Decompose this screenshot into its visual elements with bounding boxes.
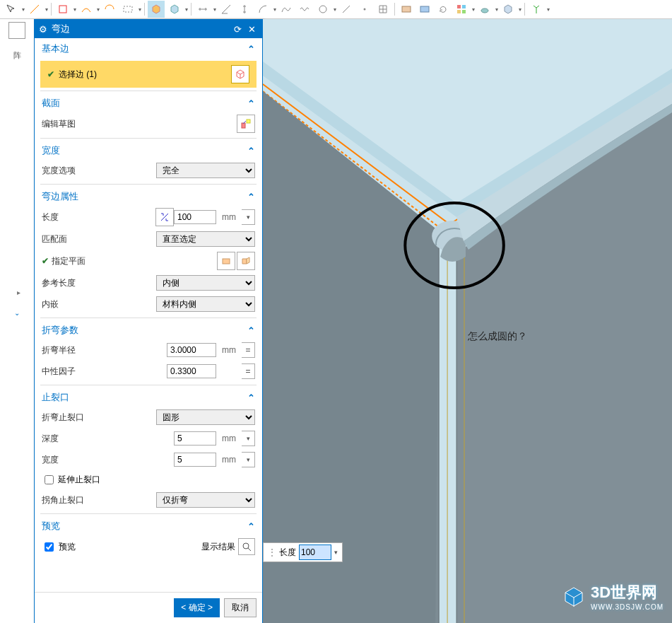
svg-rect-5: [420, 6, 429, 12]
ref-length-row: 参考长度 内侧: [35, 272, 262, 293]
dropdown-icon[interactable]: ▾: [547, 6, 550, 13]
edit-sketch-icon[interactable]: [237, 115, 255, 133]
close-icon[interactable]: ✕: [245, 23, 258, 35]
inset-select[interactable]: 材料内侧: [156, 296, 255, 312]
plane-alt-icon[interactable]: [237, 252, 255, 270]
section-fold-params[interactable]: 折弯参数⌃: [35, 321, 262, 339]
section-width[interactable]: 宽度⌃: [35, 141, 262, 160]
chevron-down-icon[interactable]: ⌄: [0, 309, 34, 317]
dropdown-icon[interactable]: ▾: [519, 6, 521, 13]
dropdown-icon[interactable]: ▾: [185, 6, 188, 13]
tool-slash-icon[interactable]: [338, 1, 355, 18]
width-option-select[interactable]: 完全: [156, 163, 255, 178]
length-flip-icon[interactable]: [155, 208, 174, 226]
bend-radius-row: 折弯半径 mm =: [35, 339, 262, 361]
cube-select-icon[interactable]: [231, 65, 249, 83]
width2-unit: mm: [216, 455, 242, 465]
depth-input[interactable]: [174, 431, 216, 446]
tool-angle-icon[interactable]: [218, 1, 235, 18]
float-length-input[interactable]: [299, 545, 331, 560]
scroll-hint-icon[interactable]: ▸: [17, 289, 20, 296]
tool-cube-alt-icon[interactable]: [166, 1, 183, 18]
dropdown-icon[interactable]: ▾: [273, 6, 276, 13]
tool-vdim-icon[interactable]: [236, 1, 253, 18]
ok-button[interactable]: < 确定 >: [174, 598, 220, 617]
sidebar-tab-icon[interactable]: [8, 22, 25, 39]
toolbar-separator: [144, 3, 145, 16]
toolbar-separator: [191, 3, 191, 16]
section-cross-section[interactable]: 截面⌃: [35, 94, 262, 112]
select-edge-row[interactable]: ✔ 选择边 (1): [40, 61, 257, 88]
tool-sheet-icon[interactable]: [398, 1, 415, 18]
dropdown-icon[interactable]: ▾: [73, 6, 76, 13]
tool-curve-icon[interactable]: [78, 1, 95, 18]
tool-refresh-icon[interactable]: [435, 1, 452, 18]
tool-grid4-icon[interactable]: [453, 1, 470, 18]
dropdown-icon[interactable]: ▾: [334, 549, 338, 556]
inset-row: 内嵌 材料内侧: [35, 293, 262, 315]
tool-cube-active-icon[interactable]: [148, 1, 165, 18]
dropdown-icon[interactable]: ▾: [334, 6, 336, 13]
tool-rect-icon[interactable]: [54, 1, 71, 18]
tool-box2-icon[interactable]: [500, 1, 517, 18]
gear-icon[interactable]: ⚙: [39, 24, 47, 35]
tool-cursor-icon[interactable]: [3, 1, 20, 18]
extend-relief-checkbox[interactable]: [45, 475, 54, 484]
tool-point-icon[interactable]: [356, 1, 373, 18]
viewport-3d[interactable]: 怎么成圆的？ ⋮ 长度 ▾ 3D世界网 WWW.3DSJW.COM: [263, 19, 672, 623]
preview-checkbox[interactable]: [45, 542, 54, 552]
section-relief[interactable]: 止裂口⌃: [35, 388, 262, 407]
dropdown-icon[interactable]: ▾: [242, 452, 255, 467]
show-result-label: 显示结果: [201, 541, 235, 553]
bend-relief-select[interactable]: 圆形: [156, 409, 255, 425]
dropdown-icon[interactable]: ▾: [495, 6, 498, 13]
section-preview[interactable]: 预览⌃: [35, 517, 262, 535]
dropdown-icon[interactable]: ▾: [213, 6, 216, 13]
tool-teapot-icon[interactable]: [476, 1, 493, 18]
watermark-title: 3D世界网: [591, 583, 657, 601]
ref-length-select[interactable]: 内侧: [156, 275, 255, 291]
dropdown-icon[interactable]: ▾: [242, 209, 255, 225]
dropdown-icon[interactable]: ▾: [138, 6, 141, 13]
length-input[interactable]: [174, 210, 216, 224]
dropdown-icon[interactable]: ▾: [22, 6, 25, 13]
svg-rect-8: [457, 10, 461, 13]
extend-relief-row[interactable]: 延伸止裂口: [35, 470, 262, 489]
tool-line-icon[interactable]: [26, 1, 43, 18]
section-basic-edge[interactable]: 基本边⌃: [35, 40, 262, 58]
equals-icon[interactable]: =: [242, 342, 255, 358]
floating-length-bar[interactable]: ⋮ 长度 ▾: [263, 542, 343, 562]
width2-input[interactable]: [174, 453, 216, 467]
check-icon: ✔: [42, 256, 49, 266]
tool-dim-icon[interactable]: [194, 1, 211, 18]
svg-rect-7: [462, 5, 466, 8]
neutral-factor-input[interactable]: [167, 364, 216, 378]
dropdown-icon[interactable]: ▾: [472, 6, 475, 13]
tool-palette-icon[interactable]: [416, 1, 433, 18]
tool-axis-icon[interactable]: [528, 1, 545, 18]
left-sidebar: 阵 ▸ ⌄: [0, 19, 34, 623]
tool-arc-icon[interactable]: [101, 1, 118, 18]
dropdown-icon[interactable]: ▾: [97, 6, 100, 13]
dropdown-icon[interactable]: ▾: [242, 431, 255, 446]
tool-wave-icon[interactable]: [296, 1, 313, 18]
tool-circle-icon[interactable]: [314, 1, 331, 18]
match-face-select[interactable]: 直至选定: [156, 231, 255, 247]
tool-arc2-icon[interactable]: [254, 1, 271, 18]
plane-icon[interactable]: [217, 252, 235, 270]
panel-titlebar[interactable]: ⚙ 弯边 ⟳ ✕: [35, 20, 262, 38]
equals-icon[interactable]: =: [242, 363, 255, 379]
viewport-drawing: [263, 19, 672, 623]
dropdown-icon[interactable]: ▾: [45, 6, 48, 13]
bend-radius-input[interactable]: [167, 343, 216, 357]
svg-point-14: [243, 543, 249, 549]
toolbar-separator: [524, 3, 525, 16]
magnify-icon[interactable]: [238, 538, 255, 555]
section-bend-props[interactable]: 弯边属性⌃: [35, 187, 262, 206]
tool-spline-icon[interactable]: [278, 1, 295, 18]
corner-relief-select[interactable]: 仅折弯: [156, 492, 255, 508]
tool-grid-icon[interactable]: [375, 1, 391, 18]
cancel-button[interactable]: 取消: [224, 598, 257, 617]
pin-icon[interactable]: ⟳: [231, 23, 244, 35]
tool-rect-select-icon[interactable]: [119, 1, 136, 18]
